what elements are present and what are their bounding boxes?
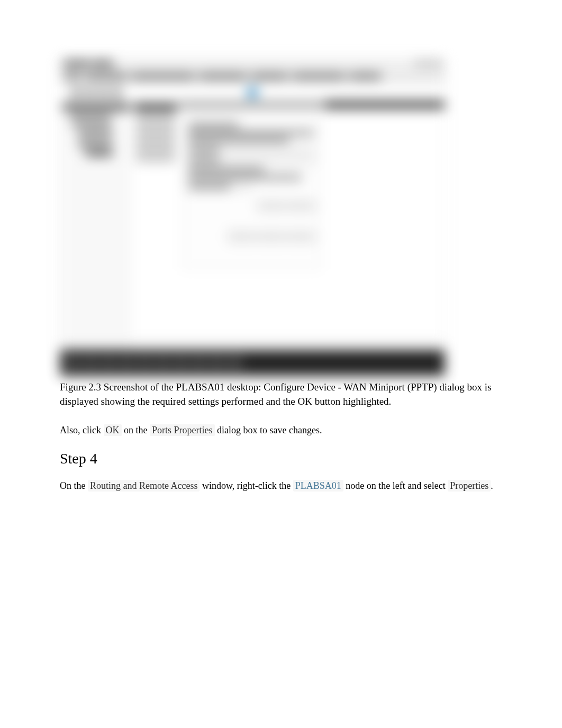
routing-remote-access-label: Routing and Remote Access: [88, 480, 200, 492]
text-prefix: On the: [60, 480, 88, 491]
figure-caption: Figure 2.3 Screenshot of the PLABSA01 de…: [60, 380, 502, 408]
text-prefix: Also, click: [60, 425, 104, 435]
text-mid: on the: [122, 425, 150, 435]
server-name-label: PLABSA01: [293, 480, 343, 492]
ok-label: OK: [104, 424, 122, 436]
figure-screenshot: [60, 58, 445, 376]
text-end: .: [491, 480, 493, 491]
ports-properties-label: Ports Properties: [150, 424, 215, 436]
text-mid: window, right-click the: [200, 480, 293, 491]
text-suffix: dialog box to save changes.: [215, 425, 322, 435]
text-suffix: node on the left and select: [343, 480, 448, 491]
instruction-paragraph-1: Also, click OK on the Ports Properties d…: [60, 423, 502, 438]
properties-label: Properties: [448, 480, 491, 492]
instruction-paragraph-2: On the Routing and Remote Access window,…: [60, 479, 502, 493]
step-heading: Step 4: [60, 450, 502, 467]
